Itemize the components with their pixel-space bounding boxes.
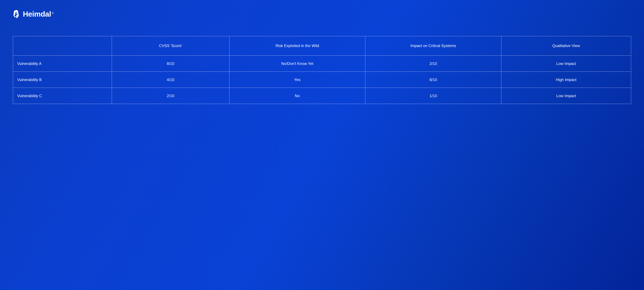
row-cvss: 2/10 — [112, 88, 229, 104]
row-risk: No/Don't Know Yet — [229, 56, 365, 72]
col-header-empty — [13, 36, 112, 56]
row-impact: 2/10 — [365, 56, 501, 72]
col-header-risk-exploited: Risk Exploited in the Wild — [229, 36, 365, 56]
col-header-impact: Impact on Critical Systems — [365, 36, 501, 56]
row-risk: No — [229, 88, 365, 104]
table-row: Vulnerability A 8/10 No/Don't Know Yet 2… — [13, 56, 631, 72]
vulnerability-table: CVSS 'Score' Risk Exploited in the Wild … — [13, 36, 631, 104]
row-name: Vulnerability A — [13, 56, 112, 72]
vulnerability-table-container: CVSS 'Score' Risk Exploited in the Wild … — [13, 36, 631, 104]
row-qualitative: Low Impact — [501, 88, 631, 104]
row-impact: 8/10 — [365, 72, 501, 88]
table-row: Vulnerability C 2/10 No 1/10 Low Impact — [13, 88, 631, 104]
row-qualitative: High Impact — [501, 72, 631, 88]
row-name: Vulnerability B — [13, 72, 112, 88]
brand-name-text: Heimdal — [23, 10, 51, 18]
row-qualitative: Low Impact — [501, 56, 631, 72]
brand-logo: Heimdal® — [11, 10, 631, 18]
row-impact: 1/10 — [365, 88, 501, 104]
brand-name: Heimdal® — [23, 10, 54, 18]
row-name: Vulnerability C — [13, 88, 112, 104]
row-risk: Yes — [229, 72, 365, 88]
col-header-cvss: CVSS 'Score' — [112, 36, 229, 56]
row-cvss: 4/10 — [112, 72, 229, 88]
row-cvss: 8/10 — [112, 56, 229, 72]
heimdal-helmet-icon — [11, 10, 20, 18]
col-header-qualitative: Qualitative View — [501, 36, 631, 56]
table-header-row: CVSS 'Score' Risk Exploited in the Wild … — [13, 36, 631, 56]
registered-mark: ® — [52, 12, 54, 15]
table-row: Vulnerability B 4/10 Yes 8/10 High Impac… — [13, 72, 631, 88]
